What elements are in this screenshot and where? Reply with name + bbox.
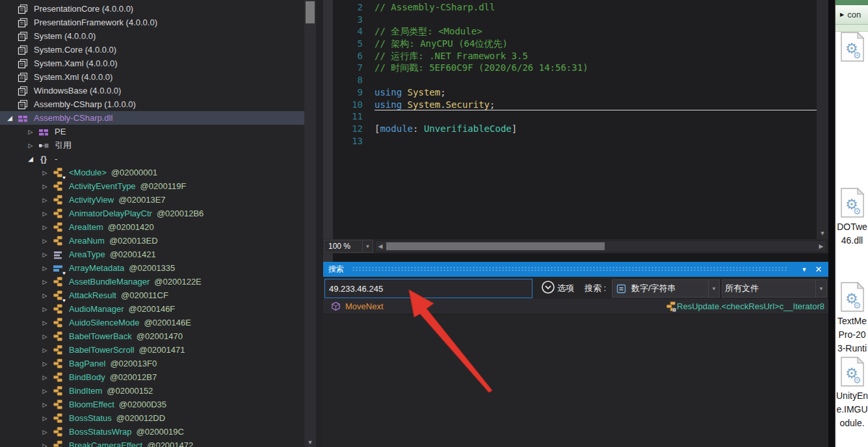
twisty-icon[interactable]: ◢ [23,155,38,162]
twisty-icon[interactable]: ▷ [38,292,52,299]
twisty-icon[interactable]: ▷ [38,402,52,408]
tree-item-label: AreaNum [69,236,105,246]
twisty-icon[interactable]: ▷ [38,320,52,326]
tree-item-label: BagPanel [69,359,105,368]
close-icon[interactable]: ✕ [811,264,826,274]
tree-row[interactable]: ▷ ActivityEventType @0200119F [0,179,304,193]
twisty-icon[interactable]: ▷ [38,183,52,190]
tree-row[interactable]: ▷ AssetBundleManager @0200122E [0,275,304,288]
tree-row[interactable]: System.Xaml (4.0.0.0) [0,57,304,70]
twisty-icon[interactable]: ▷ [38,347,52,353]
zoom-level-dropdown[interactable]: 100 % ▼ [324,240,373,253]
file-item[interactable]: ⚙⚙ UnityEne.IMGUodule. [835,357,868,430]
tree-row[interactable]: PresentationCore (4.0.0.0) [0,2,304,16]
tree-row[interactable]: ▷ 引用 [0,138,304,152]
tree-row[interactable]: ◢ Assembly-CSharp.dll [0,111,304,125]
window-position-icon[interactable]: ▼ [797,266,811,273]
tree-row[interactable]: ▷ BreakCameraEffect @02001472 [0,439,304,447]
scroll-right-icon[interactable]: ▶ [817,241,826,251]
tree-row[interactable]: ▷ BloomEffect @02000D35 [0,398,304,411]
twisty-icon[interactable]: ▷ [38,361,52,367]
twisty-icon[interactable]: ▷ [38,429,52,435]
twisty-icon[interactable]: ▷ [38,442,52,447]
twisty-icon[interactable]: ▷ [38,415,52,422]
tree-item-address: @0200146E [144,318,191,327]
options-expander-icon[interactable] [541,280,555,294]
class-icon [52,441,64,447]
tree-row[interactable]: ▷ ♥ AttackResult @020011CF [0,288,304,302]
twisty-icon[interactable]: ▷ [38,197,52,203]
twisty-icon[interactable]: ▷ [38,224,52,231]
tree-item-label: BreakCameraEffect [69,441,142,447]
tree-row[interactable]: ▷ BagPanel @020013F0 [0,357,304,370]
scrollbar-thumb[interactable] [386,242,605,250]
tree-item-label: PresentationCore (4.0.0.0) [34,4,133,14]
tree-row[interactable]: ▷ AreaType @02001421 [0,248,304,261]
chevron-down-icon[interactable]: ▼ [362,240,373,252]
twisty-icon[interactable]: ▷ [38,265,52,272]
twisty-icon[interactable]: ▷ [38,306,52,313]
twisty-icon[interactable]: ▷ [38,333,52,340]
twisty-icon[interactable]: ▷ [38,374,52,381]
file-item[interactable]: ⚙⚙ [835,32,868,64]
twisty-icon[interactable]: ▷ [38,388,52,394]
twisty-icon[interactable]: ▷ [38,251,52,258]
file-item[interactable]: ⚙⚙ DOTwe46.dll [835,188,868,248]
tree-row[interactable]: ▷ AnimatorDelayPlayCtr @020012B6 [0,207,304,220]
class-icon [52,195,64,205]
tree-row[interactable]: ▷ BabelTowerScroll @02001471 [0,343,304,357]
tree-row[interactable]: ▷ BabelTowerBack @02001470 [0,329,304,343]
tree-row[interactable]: System (4.0.0.0) [0,29,304,43]
code-text: // 架构: AnyCPU (64位优先) [375,38,817,50]
tree-row[interactable]: ▷ AuidoSilenceMode @0200146E [0,316,304,329]
twisty-icon[interactable]: ▷ [23,129,38,135]
line-number: 2 [333,1,363,14]
tree-row[interactable]: ▷ ♥ ArrayMetadata @02001335 [0,261,304,275]
tree-row[interactable]: Assembly-CSharp (1.0.0.0) [0,97,304,111]
tree-row[interactable]: WindowsBase (4.0.0.0) [0,84,304,97]
scroll-down-icon[interactable]: ▼ [817,230,828,236]
tree-row[interactable]: ▷ BindItem @02000152 [0,384,304,398]
class-internal-icon: ♥ [52,168,64,178]
scrollbar-thumb[interactable] [306,1,315,23]
tree-row[interactable]: ▷ ♥ <Module> @02000001 [0,166,304,179]
code-text: // 运行库: .NET Framework 3.5 [375,50,817,62]
search-input[interactable] [324,279,533,298]
chevron-down-icon[interactable]: ▼ [815,280,826,297]
tree-row[interactable]: ◢ {} - [0,152,304,166]
code-vertical-scrollbar[interactable]: ▼ [817,0,828,239]
tree-row[interactable]: PresentationFramework (4.0.0.0) [0,16,304,29]
tree-row[interactable]: ▷ BindBody @020012B7 [0,370,304,384]
scroll-down-icon[interactable]: ▼ [304,439,316,446]
twisty-icon[interactable]: ▷ [38,279,52,285]
search-result-row[interactable]: MoveNext ResUpdate.<checkResUrl>c__Itera… [323,299,828,314]
code-horizontal-scrollbar[interactable]: ◀ ▶ [376,241,826,251]
file-filter-dropdown[interactable]: 所有文件 ▼ [722,279,827,298]
twisty-icon[interactable]: ◢ [3,114,17,121]
scroll-left-icon[interactable]: ◀ [376,241,385,251]
twisty-icon[interactable]: ▷ [38,211,52,217]
tree-row[interactable]: System.Xml (4.0.0.0) [0,70,304,84]
file-item[interactable]: ⚙⚙ TextMePro-203-Runti.dll [835,282,868,369]
tree-row[interactable]: ▷ AreaItem @02001420 [0,220,304,234]
tree-vertical-scrollbar[interactable]: ▼ [304,0,316,447]
chevron-down-icon[interactable]: ▼ [708,280,719,297]
tree-row[interactable]: ▷ ActivityView @020013E7 [0,193,304,207]
twisty-icon[interactable]: ▷ [38,238,52,244]
tree-row[interactable]: ▷ AudioManager @0200146F [0,302,304,316]
code-view[interactable]: 2 // Assembly-CSharp.dll 3 4 // 全局类型: <M… [333,0,817,239]
tree-row[interactable]: ▷ BossStatusWrap @0200019C [0,425,304,439]
twisty-icon[interactable]: ▷ [23,142,38,149]
tree-item-address: @02001421 [110,249,156,259]
tree-row[interactable]: ▷ PE [0,125,304,138]
search-panel-header: 搜索 ▼ ✕ [323,262,828,277]
search-type-dropdown[interactable]: 数字/字符串 ▼ [612,279,720,298]
tree-row[interactable]: ▷ AreaNum @020013ED [0,234,304,248]
explorer-nav-bar[interactable]: ▶ con [835,5,868,25]
tree-row[interactable]: System.Core (4.0.0.0) [0,43,304,57]
tree-item-label: Assembly-CSharp (1.0.0.0) [34,99,136,109]
svg-text:⚙: ⚙ [853,206,861,216]
tree-row[interactable]: ▷ BossStatus @020012DD [0,411,304,425]
tree-item-label: AuidoSilenceMode [69,318,139,327]
twisty-icon[interactable]: ▷ [38,170,52,176]
